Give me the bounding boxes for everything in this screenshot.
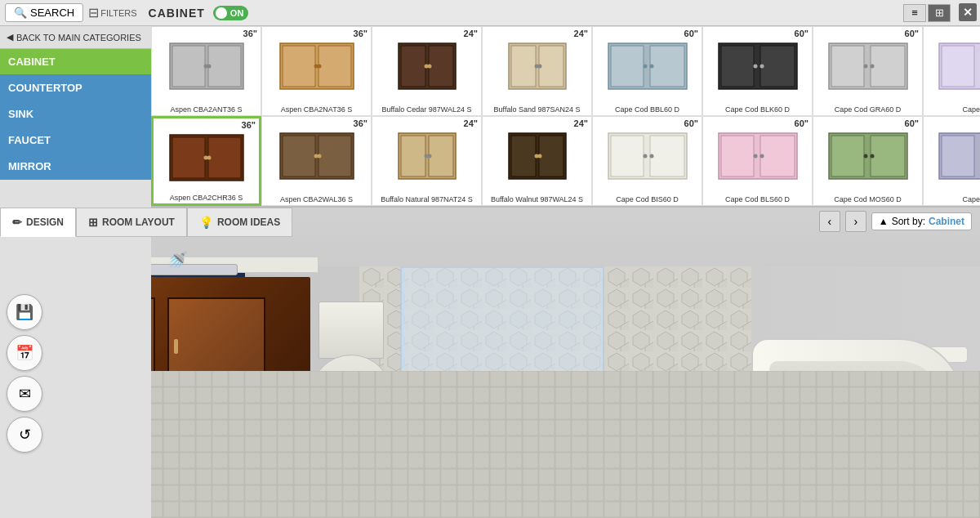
product-size: 60" (905, 118, 919, 128)
tab-room-ideas[interactable]: 💡 ROOM IDEAS (187, 208, 292, 237)
svg-rect-70 (871, 136, 905, 176)
sidebar-item-faucet[interactable]: FAUCET (0, 127, 151, 154)
filter-button[interactable]: ⊟ FILTERS (88, 5, 136, 20)
search-button[interactable]: 🔍 SEARCH (5, 3, 83, 22)
product-card[interactable]: 60" Cape Cod BLS60 D (702, 116, 813, 206)
svg-point-14 (427, 65, 431, 69)
room-layout-icon: ⊞ (88, 216, 98, 229)
room-ideas-icon: 💡 (199, 216, 213, 229)
product-name: Aspen CBA2NAT36 S (262, 105, 371, 114)
sidebar-item-countertop[interactable]: COUNTERTOP (0, 75, 151, 101)
list-view-button[interactable]: ≡ (903, 4, 926, 22)
tab-room-ideas-label: ROOM IDEAS (217, 217, 280, 228)
svg-rect-32 (871, 46, 905, 87)
sidebar-item-mirror[interactable]: MIRROR (0, 154, 151, 180)
toggle-circle (216, 7, 227, 19)
svg-rect-7 (318, 46, 351, 87)
action-buttons: 💾 📅 ✉ ↺ (7, 294, 42, 453)
svg-rect-21 (611, 46, 644, 87)
category-title: CABINET (149, 7, 205, 20)
product-card[interactable]: 36" Aspen CBA2WAL36 S (261, 116, 372, 206)
product-card[interactable]: 24" Buffalo Cedar 987WAL24 S (372, 26, 482, 116)
tab-design-label: DESIGN (26, 217, 64, 228)
product-name: Buffalo Sand 987SAN24 S (483, 105, 591, 114)
product-grid-row-1: 36" Aspen CBA2ANT36 S 36" Aspen CBA2NAT3… (151, 26, 980, 116)
product-size: 60" (684, 118, 698, 128)
product-image (162, 35, 252, 94)
product-name: Cape Cod BLS60 D (703, 195, 812, 203)
svg-rect-40 (208, 137, 241, 178)
svg-point-71 (863, 154, 867, 159)
sidebar-item-cabinet[interactable]: CABINET (0, 49, 151, 75)
prev-button[interactable]: ‹ (819, 211, 840, 232)
product-card[interactable]: 60" Cape Cod MOS60 D (813, 116, 923, 206)
tab-design[interactable]: ✏ DESIGN (0, 208, 76, 237)
sidebar-faucet-label: FAUCET (8, 134, 51, 146)
svg-point-23 (643, 65, 647, 69)
svg-point-52 (427, 154, 431, 159)
product-image (272, 125, 362, 184)
email-button[interactable]: ✉ (7, 376, 42, 412)
sidebar-cabinet-label: CABINET (8, 56, 56, 68)
save-button[interactable]: 💾 (7, 294, 42, 330)
product-card[interactable]: 36" Aspen CBA2NAT36 S (261, 26, 372, 116)
product-card[interactable]: 24" Buffalo Walnut 987WAL24 S (482, 116, 592, 206)
product-image (713, 35, 803, 94)
svg-rect-6 (283, 46, 315, 87)
svg-rect-74 (942, 136, 974, 176)
sidebar-item-sink[interactable]: SINK (0, 101, 151, 127)
product-card[interactable]: 60" Cape Cod BLK60 D (702, 26, 813, 116)
svg-rect-55 (539, 136, 564, 176)
product-size: 24" (464, 118, 478, 128)
bottom-tabs: ✏ DESIGN ⊞ ROOM LAYOUT 💡 ROOM IDEAS (0, 208, 292, 237)
svg-rect-36 (942, 46, 974, 87)
email-icon: ✉ (19, 385, 31, 403)
product-size: 36" (354, 118, 368, 128)
design-icon: ✏ (12, 216, 22, 229)
refresh-button[interactable]: ↺ (7, 417, 42, 453)
product-grid-row-2: 36" Aspen CBA2CHR36 S 36" Aspen CBA2WAL3… (151, 116, 980, 206)
product-image (382, 125, 472, 184)
sort-dropdown[interactable]: ▲ Sort by: Cabinet (871, 212, 972, 230)
grid-view-button[interactable]: ⊞ (928, 4, 951, 22)
back-to-categories-button[interactable]: ◀ BACK TO MAIN CATEGORIES (0, 26, 151, 49)
product-card[interactable]: 60" Cape C... (923, 26, 980, 116)
product-name: Buffalo Natural 987NAT24 S (372, 195, 481, 203)
tab-room-layout[interactable]: ⊞ ROOM LAYOUT (76, 208, 187, 237)
product-card[interactable]: 60" Cape Cod BBL60 D (592, 26, 702, 116)
product-card[interactable]: 60" Cape Cod GRA60 D (813, 26, 923, 116)
vanity-faucet: 🚿 (167, 250, 188, 270)
svg-rect-12 (429, 46, 453, 87)
calendar-button[interactable]: 📅 (7, 335, 42, 371)
product-image (382, 35, 472, 94)
sidebar-mirror-label: MIRROR (8, 160, 51, 172)
product-size: 24" (574, 29, 588, 38)
back-icon: ◀ (7, 32, 13, 42)
top-bar: 🔍 SEARCH ⊟ FILTERS CABINET ON ≡ ⊞ ✕ (0, 0, 980, 26)
product-card[interactable]: 36" Aspen CBA2ANT36 S (151, 26, 261, 116)
toggle-switch[interactable]: ON (213, 6, 249, 20)
product-name: Cape Cod BIS60 D (593, 195, 702, 203)
product-image (603, 125, 693, 184)
product-size: 36" (354, 29, 368, 38)
product-card[interactable]: 24" Buffalo Natural 987NAT24 S (372, 116, 482, 206)
product-image (823, 125, 913, 184)
svg-point-57 (537, 154, 541, 159)
filter-label: FILTERS (100, 8, 136, 18)
product-image (713, 125, 803, 184)
svg-point-34 (870, 65, 874, 69)
product-card[interactable]: 60" Cape C... (923, 116, 980, 206)
next-button[interactable]: › (845, 211, 866, 232)
product-name: Cape C... (924, 195, 980, 203)
sort-bar: ‹ › ▲ Sort by: Cabinet (819, 211, 972, 232)
product-card[interactable]: 24" Buffalo Sand 987SAN24 S (482, 26, 592, 116)
svg-point-33 (863, 65, 867, 69)
close-button[interactable]: ✕ (959, 3, 977, 21)
product-size: 60" (905, 29, 919, 38)
product-card[interactable]: 60" Cape Cod BIS60 D (592, 116, 702, 206)
svg-point-24 (649, 65, 653, 69)
product-name: Cape Cod MOS60 D (813, 195, 922, 203)
product-size: 60" (795, 118, 808, 128)
product-card-selected[interactable]: 36" Aspen CBA2CHR36 S (151, 116, 261, 206)
product-image (823, 35, 913, 94)
